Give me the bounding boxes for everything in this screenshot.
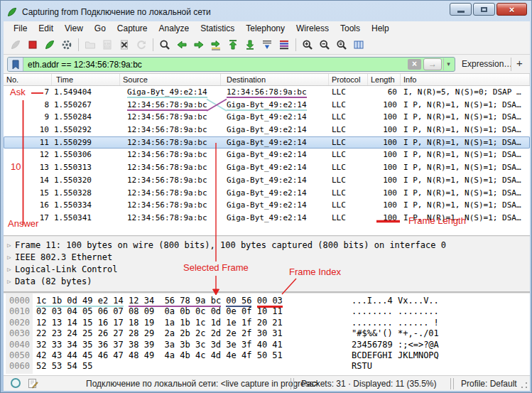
packet-bytes-pane: 00001c 1b 0d 49 e2 14 12 34 56 78 9a bc … [4, 294, 530, 374]
detail-row[interactable]: ▷Frame 11: 100 bytes on wire (800 bits),… [4, 239, 530, 252]
packet-row[interactable]: 161.55033412:34:56:78:9a:bcGiga-Byt_49:e… [4, 199, 530, 212]
cell-info: I P, N(R)=1, N(S)=1; DSA… [401, 136, 530, 149]
packet-row[interactable]: 81.55026712:34:56:78:9a:bcGiga-Byt_49:e2… [4, 99, 530, 112]
filter-apply-button[interactable]: → [423, 58, 442, 70]
menu-help[interactable]: Help [366, 22, 395, 35]
capture-options-icon[interactable] [58, 36, 75, 53]
menu-view[interactable]: View [59, 22, 89, 35]
restart-capture-icon[interactable] [41, 36, 58, 53]
detail-row[interactable]: ▷Data (82 bytes) [4, 276, 530, 288]
filter-value[interactable]: eth.addr == 12:34:56:78:9a:bc [23, 60, 408, 70]
maximize-button[interactable] [473, 3, 495, 16]
cell-length: 100 [368, 111, 401, 124]
cell-destination: Giga-Byt_49:e2:14 [221, 111, 329, 124]
detail-row[interactable]: ▷Logical-Link Control [4, 264, 530, 276]
expander-icon[interactable]: ▷ [7, 264, 11, 276]
packet-row[interactable]: 151.55032812:34:56:78:9a:bcGiga-Byt_49:e… [4, 187, 530, 200]
hex-offset: 0030 [9, 328, 30, 339]
zoom-out-icon[interactable] [316, 36, 333, 53]
expander-icon[interactable]: ▷ [7, 252, 11, 264]
column-header-length[interactable]: Length [368, 74, 401, 85]
cell-protocol: LLC [329, 136, 368, 149]
hex-bytes: 32 33 34 35 36 37 38 39 3a 3b 3c 3d 3e 3… [36, 340, 283, 350]
expression-button[interactable]: Expression… [462, 59, 512, 69]
expander-icon[interactable]: ▷ [7, 239, 11, 252]
wireshark-window: Capturing from Подключение по локальной … [0, 0, 532, 393]
stop-capture-icon[interactable] [24, 36, 41, 53]
column-header-protocol[interactable]: Protocol [329, 74, 368, 85]
packet-row[interactable]: 141.55032012:34:56:78:9a:bcGiga-Byt_49:e… [4, 174, 530, 187]
cell-destination: Giga-Byt_49:e2:14 [221, 136, 329, 149]
cell-info: I P, N(R)=1, N(S)=1; DSA… [401, 174, 530, 187]
packet-row[interactable]: 71.549404Giga-Byt_49:e2:1412:34:56:78:9a… [4, 86, 530, 99]
go-forward-icon[interactable] [190, 36, 207, 53]
cell-destination: Giga-Byt_49:e2:14 [221, 199, 329, 212]
cell-time: 1.550292 [52, 124, 120, 136]
expander-icon[interactable]: ▷ [7, 276, 11, 288]
filter-bookmark-icon[interactable] [8, 58, 23, 71]
cell-source: 12:34:56:78:9a:bc [120, 99, 221, 112]
filter-dropdown-caret[interactable]: ▾ [443, 58, 453, 70]
zoom-in-icon[interactable] [299, 36, 316, 53]
cell-length: 100 [368, 124, 401, 136]
cell-time: 1.550267 [52, 99, 120, 112]
hex-offset: 0060 [9, 361, 30, 372]
go-first-icon[interactable] [224, 36, 241, 53]
packet-row[interactable]: 101.55029212:34:56:78:9a:bcGiga-Byt_49:e… [4, 124, 530, 136]
hex-row[interactable]: 00001c 1b 0d 49 e2 14 12 34 56 78 9a bc … [4, 296, 530, 306]
detail-row[interactable]: ▷IEEE 802.3 Ethernet [4, 252, 530, 264]
go-back-icon[interactable] [173, 36, 190, 53]
menu-capture[interactable]: Capture [112, 22, 153, 35]
find-packet-icon[interactable] [156, 36, 173, 53]
column-header-no[interactable]: No. [4, 74, 52, 85]
menu-file[interactable]: File [8, 22, 33, 35]
menu-telephony[interactable]: Telephony [240, 22, 291, 35]
go-last-icon[interactable] [241, 36, 259, 53]
cell-protocol: LLC [329, 99, 368, 112]
column-header-source[interactable]: Source [120, 74, 221, 85]
close-button[interactable]: × [496, 3, 527, 16]
packet-row[interactable]: 171.55034112:34:56:78:9a:bcGiga-Byt_49:e… [4, 212, 530, 225]
expert-info-icon[interactable] [11, 378, 21, 388]
hex-row[interactable]: 004032 33 34 35 36 37 38 39 3a 3b 3c 3d … [4, 340, 530, 350]
profile-text[interactable]: Profile: Default [461, 379, 517, 389]
column-header-time[interactable]: Time [52, 74, 120, 85]
menu-tools[interactable]: Tools [335, 22, 366, 35]
colorize-icon[interactable] [276, 36, 293, 53]
auto-scroll-icon[interactable] [259, 36, 276, 53]
hex-row[interactable]: 002012 13 14 15 16 17 18 19 1a 1b 1c 1d … [4, 318, 530, 328]
resize-columns-icon[interactable] [350, 36, 367, 53]
go-to-packet-icon[interactable] [207, 36, 224, 53]
cell-time: 1.550328 [52, 187, 120, 200]
cell-length: 60 [368, 86, 401, 99]
capture-comment-icon[interactable] [28, 378, 38, 391]
menu-analyze[interactable]: Analyze [153, 22, 195, 35]
status-separator [291, 378, 294, 389]
minimize-button[interactable] [450, 3, 472, 16]
menu-wireless[interactable]: Wireless [291, 22, 335, 35]
zoom-original-icon[interactable] [333, 36, 350, 53]
hex-row[interactable]: 005042 43 44 45 46 47 48 49 4a 4b 4c 4d … [4, 350, 530, 361]
packet-row[interactable]: 121.55030612:34:56:78:9a:bcGiga-Byt_49:e… [4, 149, 530, 161]
column-header-destination[interactable]: Destination [221, 74, 329, 85]
menu-go[interactable]: Go [89, 22, 112, 35]
filter-clear-button[interactable]: × [408, 59, 421, 70]
close-file-icon[interactable] [116, 36, 133, 53]
packet-row[interactable]: 111.55029912:34:56:78:9a:bcGiga-Byt_49:e… [4, 136, 530, 149]
wireshark-logo-icon [6, 6, 18, 18]
hex-row[interactable]: 003022 23 24 25 26 27 28 29 2a 2b 2c 2d … [4, 328, 530, 339]
column-header-info[interactable]: Info [401, 74, 530, 85]
cell-source: Giga-Byt_49:e2:14 [120, 86, 221, 99]
display-filter-input[interactable]: eth.addr == 12:34:56:78:9a:bc × → ▾ [7, 57, 455, 72]
menu-statistics[interactable]: Statistics [195, 22, 240, 35]
open-file-icon [82, 36, 99, 53]
resize-grip[interactable] [520, 381, 528, 389]
menu-edit[interactable]: Edit [33, 22, 59, 35]
add-filter-button[interactable]: + [516, 57, 523, 69]
title-bar[interactable]: Capturing from Подключение по локальной … [4, 3, 528, 21]
packet-row[interactable]: 131.55031312:34:56:78:9a:bcGiga-Byt_49:e… [4, 161, 530, 174]
hex-row[interactable]: 001002 03 04 05 06 07 08 09 0a 0b 0c 0d … [4, 306, 530, 317]
hex-row[interactable]: 006052 53 54 55RSTU [4, 361, 530, 372]
cell-source: 12:34:56:78:9a:bc [120, 161, 221, 174]
packet-row[interactable]: 91.55028412:34:56:78:9a:bcGiga-Byt_49:e2… [4, 111, 530, 124]
